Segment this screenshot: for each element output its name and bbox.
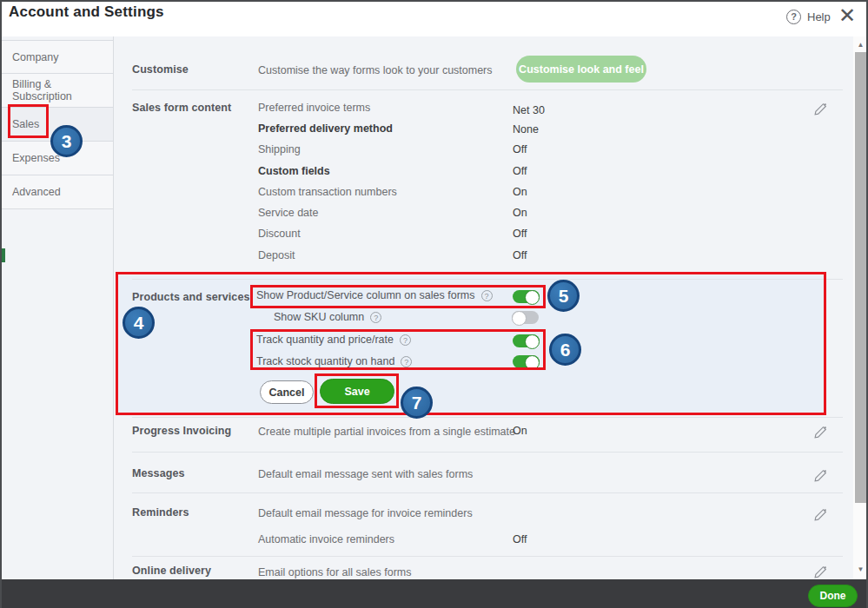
section-divider bbox=[132, 89, 843, 90]
page-title: Account and Settings bbox=[9, 3, 164, 21]
section-divider bbox=[132, 452, 843, 453]
row-value: Off bbox=[513, 228, 527, 240]
row-label: Discount bbox=[258, 228, 301, 240]
row-value: Net 30 bbox=[513, 104, 545, 116]
edit-pencil-icon[interactable] bbox=[814, 102, 827, 116]
row-value: On bbox=[513, 207, 527, 219]
edit-pencil-icon[interactable] bbox=[814, 469, 827, 482]
edit-pencil-icon[interactable] bbox=[814, 426, 827, 439]
sidebar-divider bbox=[113, 36, 114, 579]
annotation-box-sales-tab bbox=[8, 104, 49, 138]
reminders-sub-label: Automatic invoice reminders bbox=[258, 533, 394, 545]
section-divider bbox=[132, 556, 843, 557]
step-badge-5: 5 bbox=[547, 280, 580, 312]
progress-invoicing-desc: Create multiple partial invoices from a … bbox=[258, 426, 515, 438]
row-label: Shipping bbox=[258, 143, 301, 155]
annotation-box-product-service-toggle bbox=[250, 285, 546, 308]
section-label-progress-invoicing: Progress Invoicing bbox=[132, 425, 231, 437]
edit-pencil-icon[interactable] bbox=[814, 508, 827, 521]
sidebar-item-company[interactable]: Company bbox=[2, 40, 113, 74]
sidebar-item-label: Expenses bbox=[12, 152, 60, 164]
help-label: Help bbox=[807, 10, 831, 23]
row-value: On bbox=[513, 186, 527, 198]
left-edge-green-notch bbox=[2, 248, 5, 262]
step-badge-7: 7 bbox=[401, 387, 433, 419]
sidebar-item-label: Company bbox=[12, 51, 59, 63]
scroll-down-icon[interactable]: ▼ bbox=[853, 565, 868, 573]
row-value: Off bbox=[513, 143, 527, 155]
row-label: Custom fields bbox=[258, 165, 330, 177]
row-label: Service date bbox=[258, 207, 318, 219]
row-value: Off bbox=[513, 249, 527, 261]
sidebar-item-label: Advanced bbox=[12, 186, 61, 198]
help-circle-icon: ? bbox=[786, 10, 801, 24]
row-value: None bbox=[513, 123, 539, 135]
sidebar-item-label: Billing & Subscription bbox=[12, 78, 113, 102]
sidebar-item-advanced[interactable]: Advanced bbox=[2, 175, 113, 209]
step-badge-6: 6 bbox=[549, 334, 581, 366]
row-label: Preferred delivery method bbox=[258, 122, 393, 135]
row-label: Preferred invoice terms bbox=[258, 102, 370, 114]
customise-look-feel-button[interactable]: Customise look and feel bbox=[516, 56, 646, 83]
edit-pencil-icon[interactable] bbox=[814, 565, 827, 578]
section-label-reminders: Reminders bbox=[132, 506, 189, 519]
section-divider bbox=[132, 492, 843, 493]
progress-invoicing-value: On bbox=[513, 425, 527, 437]
section-label-customise: Customise bbox=[132, 63, 189, 76]
dialog-footer bbox=[2, 579, 868, 608]
scroll-up-icon[interactable]: ▲ bbox=[853, 41, 868, 49]
section-divider bbox=[132, 417, 843, 418]
row-label: Deposit bbox=[258, 249, 295, 261]
vertical-scrollbar[interactable]: ▲ ▼ bbox=[853, 36, 868, 579]
help-button[interactable]: ? Help bbox=[786, 10, 831, 24]
section-label-online-delivery: Online delivery bbox=[132, 565, 211, 577]
reminders-sub-value: Off bbox=[513, 533, 527, 545]
customise-desc: Customise the way forms look to your cus… bbox=[258, 64, 493, 76]
sidebar-item-billing[interactable]: Billing & Subscription bbox=[2, 74, 113, 108]
row-value: Off bbox=[513, 165, 527, 177]
section-label-sales-form-content: Sales form content bbox=[132, 102, 231, 114]
reminders-desc: Default email message for invoice remind… bbox=[258, 507, 473, 519]
step-badge-3: 3 bbox=[50, 125, 83, 157]
section-label-messages: Messages bbox=[132, 467, 185, 479]
step-badge-4: 4 bbox=[123, 307, 155, 339]
close-icon[interactable]: ✕ bbox=[838, 3, 856, 28]
dialog-header: Account and Settings ? Help ✕ bbox=[2, 2, 866, 36]
row-label: Custom transaction numbers bbox=[258, 186, 397, 198]
done-button[interactable]: Done bbox=[808, 585, 858, 607]
annotation-box-save-button bbox=[315, 373, 399, 408]
annotation-box-track-toggles bbox=[250, 329, 546, 370]
messages-desc: Default email message sent with sales fo… bbox=[258, 468, 473, 480]
scrollbar-thumb[interactable] bbox=[855, 52, 866, 503]
account-settings-dialog: Account and Settings ? Help ✕ Company Bi… bbox=[0, 0, 868, 608]
online-delivery-desc: Email options for all sales forms bbox=[258, 566, 411, 578]
